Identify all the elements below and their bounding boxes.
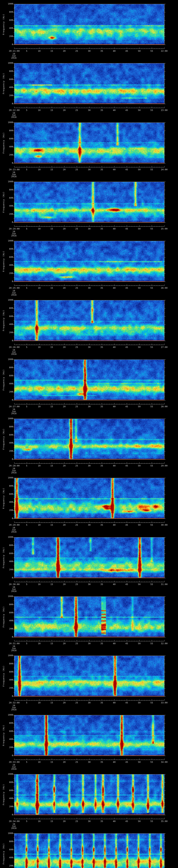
x-tick-label: 5 <box>26 761 27 763</box>
x-tick-label: 25 <box>76 346 78 348</box>
x-tick-label: 50 <box>138 287 141 289</box>
x-tick-label: 20 <box>63 820 65 823</box>
y-tick-label-200: 200 <box>5 94 13 96</box>
y-tick-label-0: 0 <box>5 162 13 164</box>
x-tick-label: 30 <box>88 346 91 348</box>
x-end-time-label: 31:00 <box>161 583 168 585</box>
spectrogram-panel-15-canvas <box>0 830 178 868</box>
x-tick-label: 35 <box>100 50 103 52</box>
y-tick-label-0: 0 <box>5 814 13 816</box>
y-tick-label-0: 0 <box>5 517 13 519</box>
y-tick-label-400: 400 <box>5 86 13 88</box>
y-tick-label-400: 400 <box>5 264 13 266</box>
x-start-time-label: 20:34:00 <box>9 820 20 823</box>
x-tick-label: 15 <box>51 168 53 170</box>
x-tick-label: 5 <box>26 702 27 704</box>
y-tick-label-800: 800 <box>5 603 13 606</box>
x-tick-label: 40 <box>113 346 116 348</box>
x-start-time-label: 20:26:00 <box>9 346 20 348</box>
x-tick-label: 45 <box>125 168 128 170</box>
x-start-time-label: 20:29:00 <box>9 524 20 526</box>
x-tick-label: 45 <box>125 50 128 52</box>
y-axis-title: Frequency (Hz) <box>3 725 5 746</box>
x-tick-label: 55 <box>150 346 153 348</box>
y-tick-label-600: 600 <box>5 612 13 614</box>
y-tick-label-200: 200 <box>5 154 13 156</box>
y-tick-label-800: 800 <box>5 426 13 428</box>
x-tick-label: 55 <box>150 702 153 704</box>
x-tick-label: 30 <box>88 702 91 704</box>
x-tick-label: 40 <box>113 228 116 230</box>
x-tick-label: 40 <box>113 524 116 526</box>
y-tick-label-400: 400 <box>5 27 13 29</box>
y-tick-label-800: 800 <box>5 367 13 369</box>
x-tick-label: 20 <box>63 643 65 645</box>
y-axis-title: Frequency (Hz) <box>3 14 5 35</box>
x-tick-label: 35 <box>100 643 103 645</box>
y-axis-title: Frequency (Hz) <box>3 606 5 627</box>
y-axis-title: Frequency (Hz) <box>3 784 5 805</box>
y-tick-label-0: 0 <box>5 399 13 401</box>
x-tick-label: 5 <box>26 583 27 585</box>
date-line-2: 2016 <box>11 235 17 237</box>
y-tick-label-200: 200 <box>5 450 13 452</box>
date-line-2: 2016 <box>11 176 17 178</box>
x-tick-label: 40 <box>113 820 116 823</box>
y-tick-label-600: 600 <box>5 197 13 199</box>
x-tick-label: 30 <box>88 228 91 230</box>
x-tick-label: 5 <box>26 820 27 823</box>
x-tick-label: 20 <box>63 465 65 467</box>
x-tick-label: 10 <box>38 168 40 170</box>
x-tick-label: 5 <box>26 524 27 526</box>
y-tick-label-400: 400 <box>5 560 13 562</box>
y-tick-label-600: 600 <box>5 375 13 377</box>
y-axis-title: Frequency (Hz) <box>3 429 5 450</box>
y-tick-label-1000: 1000 <box>5 240 13 242</box>
y-tick-label-600: 600 <box>5 493 13 495</box>
x-tick-label: 10 <box>38 643 40 645</box>
x-tick-label: 45 <box>125 524 128 526</box>
x-tick-label: 30 <box>88 643 91 645</box>
x-tick-label: 20 <box>63 287 65 289</box>
date-line-2: 2016 <box>11 294 17 296</box>
y-tick-label-200: 200 <box>5 628 13 630</box>
y-tick-label-600: 600 <box>5 434 13 436</box>
x-tick-label: 20 <box>63 50 65 52</box>
y-tick-label-200: 200 <box>5 865 13 867</box>
x-tick-label: 10 <box>38 820 40 823</box>
x-tick-label: 55 <box>150 643 153 645</box>
x-tick-label: 45 <box>125 109 128 111</box>
x-tick-label: 20 <box>63 702 65 704</box>
x-end-time-label: 33:00 <box>161 702 168 704</box>
y-tick-label-800: 800 <box>5 248 13 250</box>
x-tick-label: 5 <box>26 406 27 408</box>
x-tick-label: 10 <box>38 109 40 111</box>
x-tick-label: 30 <box>88 287 91 289</box>
y-tick-label-200: 200 <box>5 509 13 511</box>
x-tick-label: 30 <box>88 168 91 170</box>
x-tick-label: 15 <box>51 524 53 526</box>
y-tick-label-1000: 1000 <box>5 773 13 775</box>
y-tick-label-200: 200 <box>5 746 13 748</box>
x-tick-label: 5 <box>26 228 27 230</box>
y-tick-label-1000: 1000 <box>5 299 13 301</box>
date-line-2: 2016 <box>11 768 17 770</box>
x-tick-label: 5 <box>26 287 27 289</box>
x-end-time-label: 24:00 <box>161 168 168 170</box>
y-axis-title: Frequency (Hz) <box>3 310 5 331</box>
y-tick-label-1000: 1000 <box>5 536 13 538</box>
x-tick-label: 15 <box>51 346 53 348</box>
y-tick-label-1000: 1000 <box>5 654 13 656</box>
y-axis-title: Frequency (Hz) <box>3 73 5 94</box>
x-tick-label: 10 <box>38 465 40 467</box>
y-tick-label-800: 800 <box>5 544 13 546</box>
y-tick-label-0: 0 <box>5 280 13 282</box>
x-tick-label: 5 <box>26 50 27 52</box>
x-end-time-label: 23:00 <box>161 109 168 111</box>
y-tick-label-600: 600 <box>5 789 13 792</box>
y-tick-label-1000: 1000 <box>5 3 13 5</box>
y-tick-label-400: 400 <box>5 205 13 207</box>
y-axis-title: Frequency (Hz) <box>3 191 5 213</box>
y-tick-label-1000: 1000 <box>5 417 13 420</box>
x-tick-label: 10 <box>38 228 40 230</box>
